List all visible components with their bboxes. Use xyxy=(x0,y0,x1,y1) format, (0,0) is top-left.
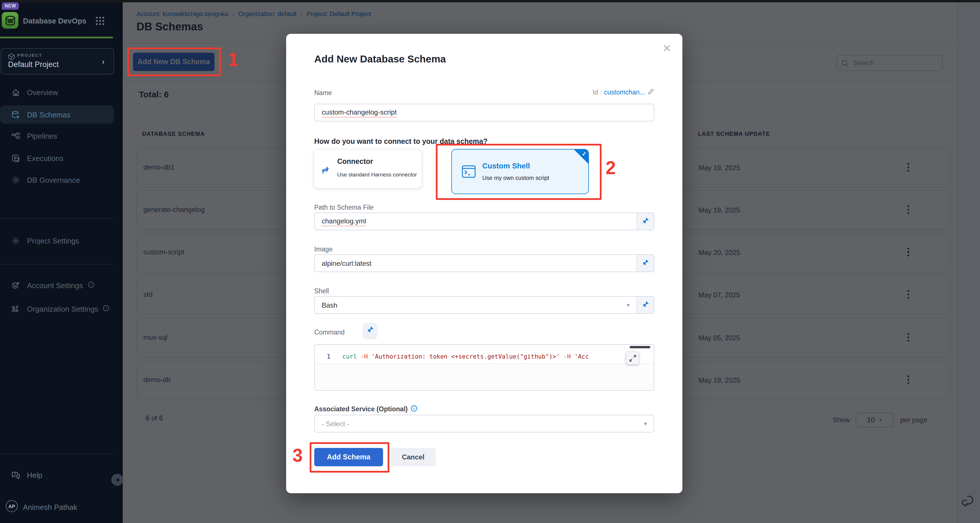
line-number: 1 xyxy=(315,353,342,360)
connector-card-title: Connector xyxy=(337,157,373,166)
top-edge-strip xyxy=(0,0,980,2)
sidebar-item-label: Executions xyxy=(27,154,64,162)
info-icon xyxy=(103,304,110,313)
edit-pencil-icon[interactable] xyxy=(648,88,654,96)
gear-icon xyxy=(11,176,20,184)
layers-gear-icon xyxy=(11,281,20,290)
code-text: curl -H 'Authorization: token <+secrets.… xyxy=(342,353,589,360)
associated-service-text: Associated Service (Optional) xyxy=(314,406,408,412)
code-line: 1 curl -H 'Authorization: token <+secret… xyxy=(315,349,654,364)
project-label: PROJECT xyxy=(17,53,43,58)
name-input-value: custom-changelog-script xyxy=(322,108,396,117)
sidebar-divider xyxy=(0,218,112,219)
add-schema-modal: Add New Database Schema Name Id : custom… xyxy=(286,34,682,493)
close-icon[interactable] xyxy=(662,43,672,55)
associated-service-select[interactable]: - Select - ▾ xyxy=(314,415,654,433)
command-code-editor[interactable]: 1 curl -H 'Authorization: token <+secret… xyxy=(314,344,654,391)
brand-underline xyxy=(0,36,113,38)
associated-service-label: Associated Service (Optional) xyxy=(314,405,417,413)
pin-icon xyxy=(642,216,649,227)
user-avatar[interactable]: AP xyxy=(6,500,18,512)
chevron-down-icon: ▾ xyxy=(644,420,647,427)
sidebar-item-label: Project Settings xyxy=(27,236,79,245)
path-input[interactable]: changelog.yml xyxy=(314,212,654,230)
annotation-box-3 xyxy=(310,442,389,472)
pin-icon xyxy=(642,300,649,310)
collapse-arrow-icon: ◀ xyxy=(116,477,119,482)
pin-addon[interactable] xyxy=(636,255,654,271)
sidebar-item-project-settings[interactable]: Project Settings xyxy=(0,231,114,250)
connector-card[interactable]: Connector Use standard Harness connector xyxy=(314,150,422,188)
info-icon xyxy=(88,281,94,290)
shell-label: Shell xyxy=(314,288,329,295)
home-icon xyxy=(11,88,20,97)
sidebar-item-label: DB Governance xyxy=(27,176,80,184)
sidebar-divider xyxy=(0,454,112,454)
database-gear-icon xyxy=(11,110,20,119)
annotation-number-3: 3 xyxy=(293,445,303,466)
app-switcher-icon[interactable] xyxy=(95,16,105,28)
path-label: Path to Schema File xyxy=(314,204,374,211)
modal-title: Add New Database Schema xyxy=(314,53,446,65)
sidebar-item-label: Help xyxy=(27,471,43,479)
connector-icon xyxy=(321,163,332,178)
sidebar-item-pipelines[interactable]: Pipelines xyxy=(0,127,114,145)
project-selector[interactable]: PROJECT Default Project › xyxy=(1,48,114,74)
chevron-down-icon: ▾ xyxy=(627,302,630,308)
sidebar-item-label: DB Schemas xyxy=(27,110,70,119)
help-chat-icon: ? xyxy=(11,471,20,479)
shell-select-value: Bash xyxy=(322,301,337,309)
connector-card-subtitle: Use standard Harness connector xyxy=(337,171,417,178)
pin-addon[interactable] xyxy=(636,213,654,230)
image-input[interactable]: alpine/curl:latest xyxy=(314,254,654,272)
harness-dbops-logo[interactable] xyxy=(2,12,18,29)
org-chart-icon xyxy=(11,304,20,313)
expand-editor-icon[interactable] xyxy=(626,352,639,365)
sidebar-item-db-governance[interactable]: DB Governance xyxy=(0,171,114,189)
sidebar-item-executions[interactable]: Executions xyxy=(0,149,114,167)
sidebar-divider xyxy=(0,264,112,265)
chevron-right-icon: › xyxy=(102,57,105,66)
app-root: Account: kurosakiichigo.songoku › Organi… xyxy=(0,0,980,523)
sidebar-item-account-settings[interactable]: Account Settings xyxy=(0,276,114,295)
project-name: Default Project xyxy=(8,60,59,69)
info-icon[interactable] xyxy=(410,405,417,413)
name-input[interactable]: custom-changelog-script xyxy=(314,104,654,122)
new-badge: NEW xyxy=(2,2,19,10)
horizontal-scrollbar[interactable] xyxy=(630,346,650,348)
pin-addon[interactable] xyxy=(636,297,654,313)
annotation-box-2 xyxy=(436,144,601,200)
gear-icon xyxy=(11,236,20,245)
pin-icon xyxy=(366,325,374,336)
associated-service-value: - Select - xyxy=(322,420,349,428)
sidebar-item-overview[interactable]: Overview xyxy=(0,83,114,101)
sidebar-collapse-handle[interactable]: ◀ xyxy=(111,474,123,486)
name-label: Name xyxy=(314,89,332,96)
id-value[interactable]: customchan... xyxy=(604,89,645,96)
annotation-box-1 xyxy=(127,48,221,76)
sidebar-item-label: Account Settings xyxy=(27,281,83,290)
user-name[interactable]: Animesh Pathak xyxy=(23,503,77,512)
annotation-number-2: 2 xyxy=(606,157,616,179)
sidebar-item-label: Organization Settings xyxy=(27,304,99,313)
image-input-value: alpine/curl:latest xyxy=(322,259,371,267)
cancel-button[interactable]: Cancel xyxy=(390,448,436,466)
play-square-icon xyxy=(11,154,20,162)
sidebar-item-label: Overview xyxy=(27,88,58,97)
image-label: Image xyxy=(314,246,332,253)
sidebar-item-organization-settings[interactable]: Organization Settings xyxy=(0,300,114,318)
path-input-value: changelog.yml xyxy=(322,217,366,226)
sidebar-item-db-schemas[interactable]: DB Schemas xyxy=(0,105,114,124)
sidebar: NEW Database DevOps PROJECT Default Proj… xyxy=(0,0,123,523)
annotation-number-1: 1 xyxy=(228,49,239,70)
sidebar-item-label: Pipelines xyxy=(27,132,57,140)
command-pin-button[interactable] xyxy=(363,323,377,338)
id-row: Id : customchan... xyxy=(593,88,654,96)
id-label: Id : xyxy=(593,89,602,96)
sidebar-item-help[interactable]: ? Help xyxy=(0,466,114,484)
pipeline-icon xyxy=(11,132,20,140)
pin-icon xyxy=(642,258,649,268)
shell-select[interactable]: Bash ▾ xyxy=(314,296,654,314)
product-title: Database DevOps xyxy=(23,17,86,25)
svg-text:?: ? xyxy=(14,472,16,475)
